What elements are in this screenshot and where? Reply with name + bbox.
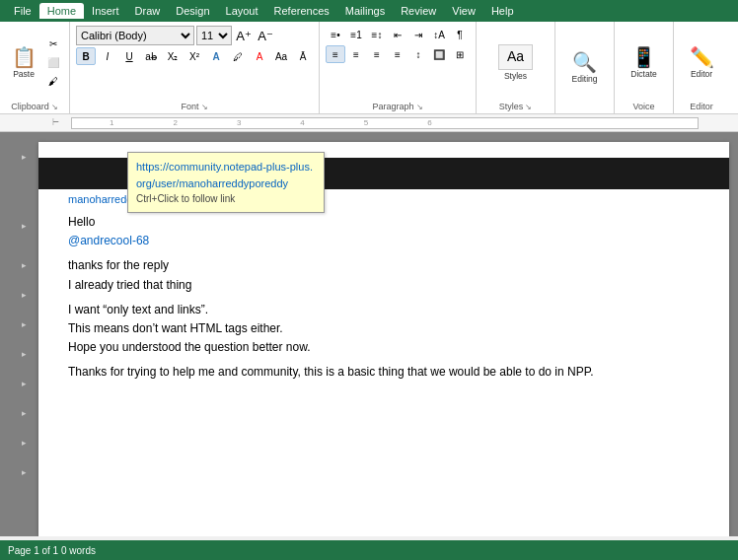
change-case-button[interactable]: Aa <box>271 47 291 65</box>
underline-button[interactable]: U <box>119 47 139 65</box>
menu-review[interactable]: Review <box>393 3 444 19</box>
highlight-button[interactable]: 🖊 <box>228 47 248 65</box>
menu-help[interactable]: Help <box>483 3 522 19</box>
justify-button[interactable]: ≡ <box>388 45 407 63</box>
editor-label: Editor <box>690 100 713 113</box>
font-name-select[interactable]: Calibri (Body) <box>76 26 194 45</box>
paragraph-expand-icon[interactable]: ↘ <box>416 103 423 111</box>
voice-label: Voice <box>632 100 654 113</box>
post-content: Hello @andrecool-68 thanks for the reply… <box>68 209 700 386</box>
editing-section: 🔍 Editing <box>555 22 615 113</box>
editor-section: ✏️ Editor Editor <box>674 22 729 113</box>
tooltip-link: https://community.notepad-plus-plus.org/… <box>136 159 316 191</box>
sort-button[interactable]: ↕A <box>429 26 449 43</box>
align-center-button[interactable]: ≡ <box>346 45 366 63</box>
clipboard-label: Clipboard ↘ <box>11 100 58 113</box>
align-right-button[interactable]: ≡ <box>367 45 387 63</box>
list-buttons: ≡• ≡1 ≡↕ ⇤ ⇥ ↕A ¶ <box>326 26 470 43</box>
want-line: I want “only text and links”. <box>68 301 700 319</box>
editor-button[interactable]: ✏️ Editor <box>684 43 719 82</box>
cut-button[interactable]: ✂ <box>43 35 63 53</box>
greeting-line: Hello <box>68 213 700 232</box>
left-margin: ▸ ▸ ▸ ▸ ▸ ▸ ▸ ▸ ▸ ▸ <box>9 142 38 526</box>
shading-button[interactable]: 🔲 <box>429 45 449 63</box>
status-text: Page 1 of 1 0 words <box>8 545 96 556</box>
document-page: https://community.notepad-plus-plus.org/… <box>38 142 729 536</box>
font-name-row: Calibri (Body) 11 A⁺ A⁻ <box>76 26 275 45</box>
copy-button[interactable]: ⬜ <box>43 54 63 72</box>
mention-link[interactable]: @andrecool-68 <box>68 234 149 247</box>
subscript-button[interactable]: X₂ <box>163 47 183 65</box>
editor-icon: ✏️ <box>690 46 714 68</box>
font-color-button[interactable]: A <box>250 47 269 65</box>
superscript-button[interactable]: X² <box>184 47 204 65</box>
font-format-row: B I U ab̶ X₂ X² A 🖊 A Aa Ā <box>76 47 313 65</box>
font-expand-icon[interactable]: ↘ <box>201 103 208 111</box>
menu-references[interactable]: References <box>266 3 337 19</box>
bold-button[interactable]: B <box>76 47 96 65</box>
borders-button[interactable]: ⊞ <box>450 45 470 63</box>
clipboard-expand-icon[interactable]: ↘ <box>51 103 58 111</box>
dictate-icon: 📱 <box>631 46 656 68</box>
editing-button[interactable]: 🔍 Editing <box>567 48 603 87</box>
styles-button[interactable]: Aa Styles <box>495 41 536 83</box>
menu-draw[interactable]: Draw <box>127 3 169 19</box>
mention-line: @andrecool-68 <box>68 232 700 250</box>
html-line: This means don’t want HTML tags either. <box>68 319 700 338</box>
menu-design[interactable]: Design <box>168 3 217 19</box>
menu-bar: File Home Insert Draw Design Layout Refe… <box>0 0 738 22</box>
align-left-button[interactable]: ≡ <box>326 45 345 63</box>
font-size-select[interactable]: 11 <box>196 26 232 45</box>
editor-body: ✏️ Editor <box>684 26 719 100</box>
hyperlink-tooltip: https://community.notepad-plus-plus.org/… <box>127 152 325 213</box>
font-controls: Calibri (Body) 11 A⁺ A⁻ B I U ab̶ X₂ X² … <box>76 26 313 100</box>
voice-body: 📱 Dictate <box>627 26 662 100</box>
font-section: Calibri (Body) 11 A⁺ A⁻ B I U ab̶ X₂ X² … <box>70 22 320 113</box>
reply-line: thanks for the reply <box>68 256 700 275</box>
clipboard-section: 📋 Paste ✂ ⬜ 🖌 Clipboard ↘ <box>0 22 70 113</box>
styles-expand-icon[interactable]: ↘ <box>525 103 532 111</box>
line-spacing-button[interactable]: ↕ <box>408 45 428 63</box>
dictate-button[interactable]: 📱 Dictate <box>627 43 662 82</box>
text-effects-button[interactable]: A <box>206 47 226 65</box>
tried-line: I already tried that thing <box>68 276 700 295</box>
show-formatting-button[interactable]: ¶ <box>450 26 470 43</box>
editing-icon: 🔍 <box>572 51 597 73</box>
hope-line: Hope you understood the question better … <box>68 338 700 357</box>
clipboard-buttons: 📋 Paste ✂ ⬜ 🖌 <box>6 26 63 100</box>
decrease-indent-button[interactable]: ⇤ <box>388 26 407 43</box>
numbering-button[interactable]: ≡1 <box>346 26 366 43</box>
styles-section: Aa Styles Styles ↘ <box>477 22 555 113</box>
tooltip-hint: Ctrl+Click to follow link <box>136 191 316 206</box>
clipboard-small-buttons: ✂ ⬜ 🖌 <box>43 35 63 91</box>
decrease-font-button[interactable]: A⁻ <box>256 27 275 44</box>
italic-button[interactable]: I <box>98 47 117 65</box>
multilevel-list-button[interactable]: ≡↕ <box>367 26 387 43</box>
paste-icon: 📋 <box>12 46 37 68</box>
strikethrough-button[interactable]: ab̶ <box>141 47 161 65</box>
align-buttons: ≡ ≡ ≡ ≡ ↕ 🔲 ⊞ <box>326 45 470 63</box>
document-area: ▸ ▸ ▸ ▸ ▸ ▸ ▸ ▸ ▸ ▸ https://community.no… <box>0 132 738 536</box>
ruler-scale: 1 2 3 4 5 6 <box>71 117 699 129</box>
menu-view[interactable]: View <box>444 3 483 19</box>
menu-home[interactable]: Home <box>39 3 84 19</box>
menu-mailings[interactable]: Mailings <box>337 3 393 19</box>
thanks-line: Thanks for trying to help me and communi… <box>68 363 700 382</box>
styles-body: Aa Styles <box>495 26 536 100</box>
bullets-button[interactable]: ≡• <box>326 26 345 43</box>
paragraph-label: Paragraph ↘ <box>372 100 422 113</box>
menu-insert[interactable]: Insert <box>84 3 127 19</box>
paste-button[interactable]: 📋 Paste <box>6 43 41 82</box>
ribbon: 📋 Paste ✂ ⬜ 🖌 Clipboard ↘ Calibri (Body)… <box>0 22 738 114</box>
increase-indent-button[interactable]: ⇥ <box>408 26 428 43</box>
styles-label: Styles ↘ <box>499 100 533 113</box>
menu-layout[interactable]: Layout <box>218 3 266 19</box>
font-label: Font ↘ <box>181 100 207 113</box>
status-bar: Page 1 of 1 0 words <box>0 540 738 560</box>
format-painter-button[interactable]: 🖌 <box>43 73 63 91</box>
increase-font-button[interactable]: A⁺ <box>234 27 254 44</box>
ruler: ⊢ 1 2 3 4 5 6 <box>0 114 738 132</box>
styles-icon: Aa <box>498 44 533 69</box>
menu-file[interactable]: File <box>6 3 39 19</box>
clear-format-button[interactable]: Ā <box>293 47 313 65</box>
